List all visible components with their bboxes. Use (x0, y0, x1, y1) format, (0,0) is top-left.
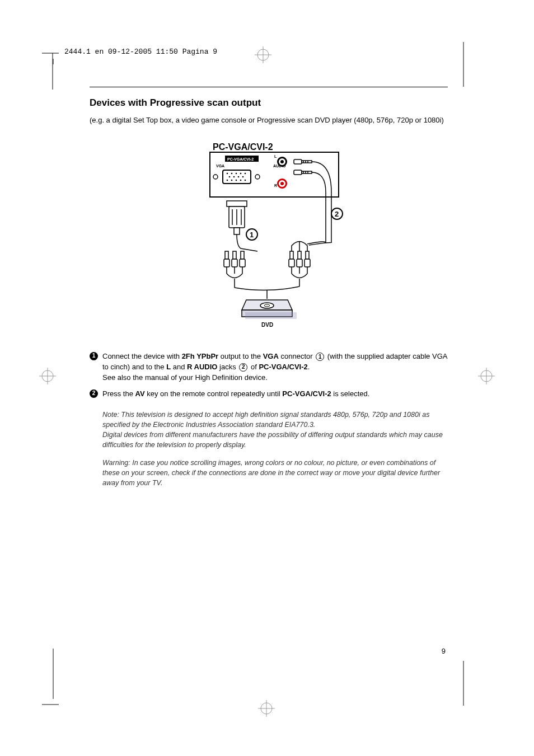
svg-point-32 (233, 176, 235, 178)
svg-point-86 (260, 303, 274, 308)
svg-rect-71 (232, 259, 237, 267)
svg-rect-82 (305, 259, 310, 267)
page-number: 9 (442, 647, 446, 655)
svg-point-35 (227, 180, 228, 181)
svg-rect-69 (224, 259, 229, 267)
registration-mark-right (475, 365, 498, 387)
svg-rect-50 (294, 159, 302, 164)
svg-rect-80 (297, 259, 302, 267)
svg-point-29 (240, 173, 242, 175)
notes-section: Note: This television is designed to acc… (90, 410, 448, 489)
svg-text:PC-VGA/CVI-2: PC-VGA/CVI-2 (213, 142, 273, 152)
step-1: 1 Connect the device with 2Fh YPbPr outp… (90, 351, 448, 383)
svg-rect-55 (294, 170, 302, 175)
step-2: 2 Press the AV key on the remote control… (90, 389, 448, 400)
svg-rect-70 (233, 251, 236, 259)
connection-diagram: PC-VGA/CVI-2 PC-VGA/CVI-2 VGA AUDIO L (90, 142, 448, 332)
registration-mark-left (36, 365, 59, 387)
section-title: Devices with Progressive scan output (90, 97, 448, 109)
svg-text:2: 2 (335, 210, 339, 218)
svg-rect-78 (289, 259, 294, 267)
svg-point-24 (213, 175, 218, 179)
warning-text: Warning: In case you notice scrolling im… (102, 458, 448, 488)
svg-rect-79 (298, 251, 301, 259)
svg-rect-60 (227, 201, 247, 206)
horizontal-rule (90, 87, 448, 87)
svg-point-27 (231, 173, 233, 175)
svg-point-31 (229, 176, 231, 178)
svg-text:DVD: DVD (261, 322, 273, 328)
svg-point-38 (240, 180, 242, 181)
print-header: 2444.1 en 09-12-2005 11:50 Pagina 9 (64, 48, 217, 56)
svg-point-37 (236, 180, 237, 181)
registration-mark-top (252, 44, 274, 66)
registration-mark-bottom (255, 697, 278, 720)
svg-rect-68 (225, 251, 228, 259)
step-number-1: 1 (90, 352, 98, 360)
svg-point-33 (238, 176, 240, 178)
intro-text: (e.g. a digital Set Top box, a video gam… (90, 115, 448, 125)
note-text: Note: This television is designed to acc… (102, 411, 429, 429)
svg-point-40 (255, 175, 260, 179)
svg-point-39 (245, 180, 246, 181)
svg-rect-65 (234, 228, 240, 234)
note-text-2: Digital devices from different manufactu… (102, 431, 443, 449)
svg-point-28 (236, 173, 237, 175)
svg-point-49 (280, 182, 284, 185)
svg-text:PC-VGA/CVI-2: PC-VGA/CVI-2 (227, 157, 254, 161)
svg-rect-73 (240, 259, 245, 267)
svg-text:VGA: VGA (216, 164, 224, 168)
svg-text:R: R (274, 184, 277, 187)
callout-ref-1: 1 (316, 353, 324, 361)
step-number-2: 2 (90, 389, 98, 398)
svg-rect-72 (241, 251, 244, 259)
svg-point-45 (280, 160, 284, 163)
svg-text:1: 1 (250, 231, 254, 239)
instruction-steps: 1 Connect the device with 2Fh YPbPr outp… (90, 351, 448, 399)
svg-rect-81 (306, 251, 309, 259)
svg-text:L: L (274, 154, 277, 158)
svg-point-30 (245, 173, 246, 175)
svg-rect-25 (223, 170, 251, 184)
svg-point-34 (242, 176, 244, 178)
svg-point-26 (227, 173, 228, 175)
svg-point-36 (231, 180, 233, 181)
svg-rect-77 (290, 251, 293, 259)
callout-ref-2: 2 (239, 363, 247, 372)
